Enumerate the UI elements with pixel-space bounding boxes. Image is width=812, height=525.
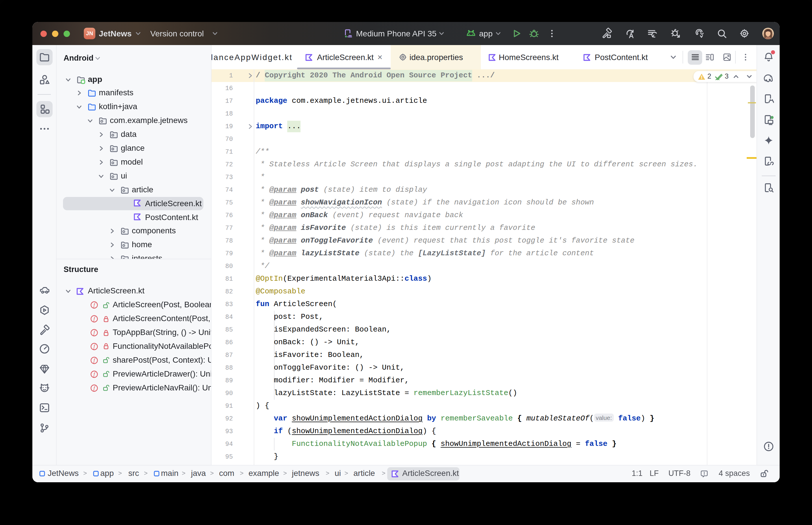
- svg-text:f: f: [93, 343, 95, 349]
- svg-text:f: f: [93, 330, 95, 335]
- svg-text:f: f: [93, 316, 95, 322]
- svg-text:f: f: [93, 371, 95, 377]
- svg-text:f: f: [93, 302, 95, 308]
- svg-text:f: f: [93, 385, 95, 391]
- svg-text:f: f: [93, 357, 95, 363]
